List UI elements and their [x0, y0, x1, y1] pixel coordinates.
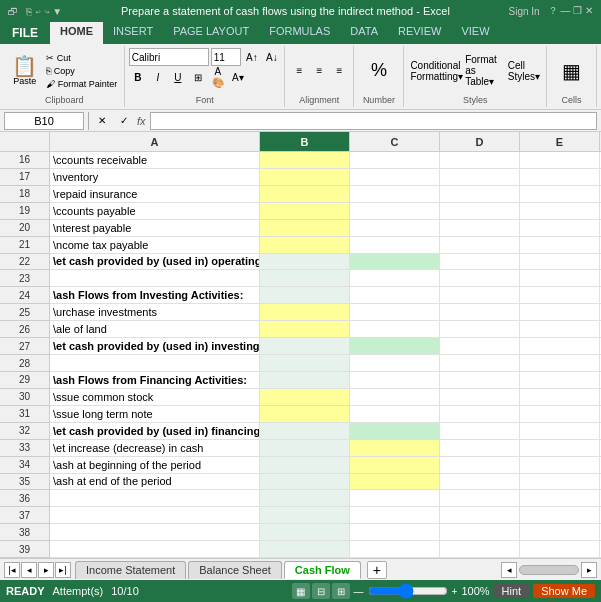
underline-button[interactable]: U: [169, 68, 187, 86]
cell-d-38[interactable]: [440, 524, 520, 540]
row-header-26[interactable]: 26: [0, 321, 50, 338]
cell-c-21[interactable]: [350, 237, 440, 253]
cell-b-33[interactable]: [260, 440, 350, 456]
confirm-formula-button[interactable]: ✓: [115, 112, 133, 130]
cell-d-31[interactable]: [440, 406, 520, 422]
cell-d-28[interactable]: [440, 355, 520, 371]
cell-a-34[interactable]: \ash at beginning of the period: [50, 457, 260, 473]
cell-b-34[interactable]: [260, 457, 350, 473]
cell-a-23[interactable]: [50, 270, 260, 286]
tab-home[interactable]: HOME: [50, 22, 103, 44]
cell-a-31[interactable]: \ssue long term note: [50, 406, 260, 422]
cell-c-24[interactable]: [350, 287, 440, 303]
cell-b-35[interactable]: [260, 474, 350, 490]
row-header-39[interactable]: 39: [0, 541, 50, 558]
cell-b-20[interactable]: [260, 220, 350, 236]
cell-b-30[interactable]: [260, 389, 350, 405]
row-header-19[interactable]: 19: [0, 203, 50, 220]
cell-a-25[interactable]: \urchase investments: [50, 304, 260, 320]
cell-e-20[interactable]: [520, 220, 600, 236]
cell-d-36[interactable]: [440, 490, 520, 506]
border-button[interactable]: ⊞: [189, 68, 207, 86]
font-name-input[interactable]: [129, 48, 209, 66]
cell-d-30[interactable]: [440, 389, 520, 405]
row-header-22[interactable]: 22: [0, 254, 50, 271]
cell-d-29[interactable]: [440, 372, 520, 388]
cell-b-36[interactable]: [260, 490, 350, 506]
row-header-32[interactable]: 32: [0, 423, 50, 440]
tab-first-button[interactable]: |◂: [4, 562, 20, 578]
cancel-formula-button[interactable]: ✕: [93, 112, 111, 130]
col-header-a[interactable]: A: [50, 132, 260, 151]
cell-d-20[interactable]: [440, 220, 520, 236]
normal-view-button[interactable]: ▦: [292, 583, 310, 599]
row-header-20[interactable]: 20: [0, 220, 50, 237]
cell-a-26[interactable]: \ale of land: [50, 321, 260, 337]
cell-d-18[interactable]: [440, 186, 520, 202]
scroll-right-button[interactable]: ▸: [581, 562, 597, 578]
cell-c-29[interactable]: [350, 372, 440, 388]
cell-b-17[interactable]: [260, 169, 350, 185]
row-header-24[interactable]: 24: [0, 287, 50, 304]
cell-d-34[interactable]: [440, 457, 520, 473]
show-me-button[interactable]: Show Me: [533, 584, 595, 598]
cell-e-37[interactable]: [520, 507, 600, 523]
tab-last-button[interactable]: ▸|: [55, 562, 71, 578]
row-header-36[interactable]: 36: [0, 490, 50, 507]
cell-c-30[interactable]: [350, 389, 440, 405]
cell-b-25[interactable]: [260, 304, 350, 320]
tab-view[interactable]: VIEW: [451, 22, 499, 44]
row-header-21[interactable]: 21: [0, 237, 50, 254]
cell-e-24[interactable]: [520, 287, 600, 303]
cell-d-23[interactable]: [440, 270, 520, 286]
file-tab[interactable]: FILE: [0, 22, 50, 44]
cell-c-31[interactable]: [350, 406, 440, 422]
cell-c-28[interactable]: [350, 355, 440, 371]
cell-d-19[interactable]: [440, 203, 520, 219]
add-sheet-button[interactable]: +: [367, 561, 387, 579]
align-right-button[interactable]: ≡: [330, 62, 348, 80]
row-header-33[interactable]: 33: [0, 440, 50, 457]
cell-d-16[interactable]: [440, 152, 520, 168]
tab-page-layout[interactable]: PAGE LAYOUT: [163, 22, 259, 44]
cell-a-20[interactable]: \nterest payable: [50, 220, 260, 236]
cell-a-22[interactable]: \et cash provided by (used in) operating…: [50, 254, 260, 270]
row-header-27[interactable]: 27: [0, 338, 50, 355]
col-header-c[interactable]: C: [350, 132, 440, 151]
cell-e-27[interactable]: [520, 338, 600, 354]
align-left-button[interactable]: ≡: [290, 62, 308, 80]
cell-a-28[interactable]: [50, 355, 260, 371]
cell-c-38[interactable]: [350, 524, 440, 540]
cell-d-33[interactable]: [440, 440, 520, 456]
col-header-e[interactable]: E: [520, 132, 600, 151]
cell-e-31[interactable]: [520, 406, 600, 422]
format-as-table-button[interactable]: Format asTable▾: [465, 54, 506, 87]
cell-e-21[interactable]: [520, 237, 600, 253]
cell-b-37[interactable]: [260, 507, 350, 523]
cell-a-21[interactable]: \ncome tax payable: [50, 237, 260, 253]
cell-b-32[interactable]: [260, 423, 350, 439]
cell-b-16[interactable]: [260, 152, 350, 168]
conditional-formatting-button[interactable]: ConditionalFormatting▾: [410, 60, 463, 82]
scroll-left-button[interactable]: ◂: [501, 562, 517, 578]
italic-button[interactable]: I: [149, 68, 167, 86]
cell-e-33[interactable]: [520, 440, 600, 456]
cell-e-26[interactable]: [520, 321, 600, 337]
row-header-16[interactable]: 16: [0, 152, 50, 169]
cell-c-27[interactable]: [350, 338, 440, 354]
cell-e-25[interactable]: [520, 304, 600, 320]
cell-c-22[interactable]: [350, 254, 440, 270]
tab-data[interactable]: DATA: [340, 22, 388, 44]
row-header-38[interactable]: 38: [0, 524, 50, 541]
tab-next-button[interactable]: ▸: [38, 562, 54, 578]
tab-review[interactable]: REVIEW: [388, 22, 451, 44]
cell-a-19[interactable]: \ccounts payable: [50, 203, 260, 219]
cell-c-17[interactable]: [350, 169, 440, 185]
cell-c-39[interactable]: [350, 541, 440, 557]
cell-e-29[interactable]: [520, 372, 600, 388]
cell-e-17[interactable]: [520, 169, 600, 185]
cell-c-26[interactable]: [350, 321, 440, 337]
cell-c-19[interactable]: [350, 203, 440, 219]
cell-c-23[interactable]: [350, 270, 440, 286]
cut-button[interactable]: ✂ Cut: [43, 52, 120, 64]
